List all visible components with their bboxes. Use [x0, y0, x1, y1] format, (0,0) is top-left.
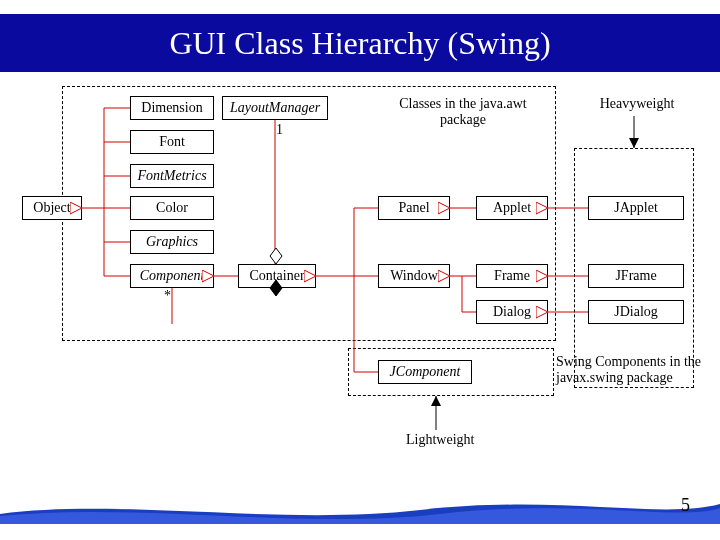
label-one: 1	[276, 122, 283, 138]
footer-wave	[0, 496, 720, 524]
node-graphics: Graphics	[130, 230, 214, 254]
node-jframe: JFrame	[588, 264, 684, 288]
label-star: *	[164, 288, 171, 304]
node-window: Window	[378, 264, 450, 288]
node-component: Component	[130, 264, 214, 288]
node-jdialog: JDialog	[588, 300, 684, 324]
label-swing-package: Swing Components in the javax.swing pack…	[556, 354, 716, 386]
node-frame: Frame	[476, 264, 548, 288]
title-band: GUI Class Hierarchy (Swing)	[0, 14, 720, 72]
node-fontmetrics: FontMetrics	[130, 164, 214, 188]
label-lightweight: Lightweight	[406, 432, 474, 448]
node-layoutmanager: LayoutManager	[222, 96, 328, 120]
node-font: Font	[130, 130, 214, 154]
label-awt-package: Classes in the java.awt package	[378, 96, 548, 128]
node-japplet: JApplet	[588, 196, 684, 220]
node-color: Color	[130, 196, 214, 220]
node-dimension: Dimension	[130, 96, 214, 120]
label-heavyweight: Heavyweight	[582, 96, 692, 112]
node-dialog: Dialog	[476, 300, 548, 324]
slide: GUI Class Hierarchy (Swing) Object Dimen…	[0, 0, 720, 540]
page-number: 5	[681, 495, 690, 516]
node-panel: Panel	[378, 196, 450, 220]
page-title: GUI Class Hierarchy (Swing)	[169, 25, 550, 61]
node-container: Container	[238, 264, 316, 288]
node-applet: Applet	[476, 196, 548, 220]
node-object: Object	[22, 196, 82, 220]
node-jcomponent: JComponent	[378, 360, 472, 384]
